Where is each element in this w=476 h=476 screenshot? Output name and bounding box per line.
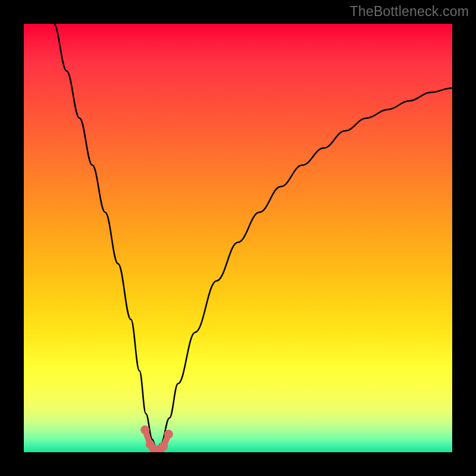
- optimal-marker: [140, 425, 149, 434]
- bottleneck-curve: [54, 24, 452, 450]
- plot-area: [24, 24, 452, 452]
- optimal-marker: [164, 430, 173, 439]
- watermark-text: TheBottleneck.com: [350, 4, 469, 20]
- chart-svg: [24, 24, 452, 452]
- optimal-marker: [159, 441, 168, 450]
